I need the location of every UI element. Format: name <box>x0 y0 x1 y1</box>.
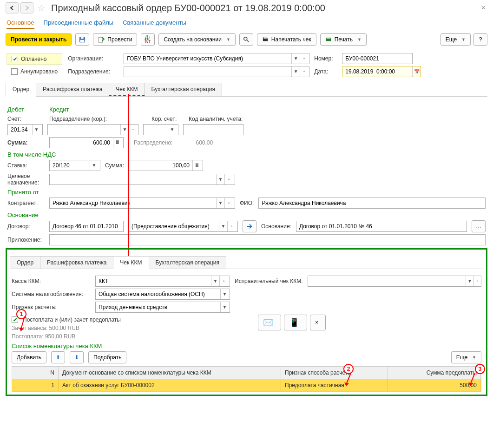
attach-field[interactable] <box>49 234 486 245</box>
create-based-button[interactable]: Создать на основании▼ <box>158 33 235 46</box>
purpose-label: Целевое назначение: <box>7 173 45 186</box>
vat-header: В том числе НДС <box>7 151 486 158</box>
forward-button[interactable] <box>20 2 33 13</box>
table-more-button[interactable]: Еще▼ <box>451 351 481 363</box>
voided-chip[interactable]: Аннулировано <box>7 66 62 77</box>
tax-field[interactable]: ▼ <box>95 289 230 300</box>
counter-field[interactable]: ▼▫ <box>49 198 235 209</box>
clear-button[interactable]: × <box>310 315 326 330</box>
link-tabs: Основное Присоединенные файлы Связанные … <box>6 16 487 33</box>
kassa-label: Касса ККМ: <box>12 278 91 284</box>
num-field[interactable] <box>342 53 413 64</box>
basis-field[interactable] <box>296 221 467 232</box>
received-header: Принято от <box>7 189 486 196</box>
tab-main[interactable]: Основное <box>7 19 34 29</box>
table-header: N Документ-основание со списком номенкла… <box>12 367 481 379</box>
tab-order[interactable]: Ордер <box>6 83 36 97</box>
date-field[interactable]: 📅 <box>342 66 421 77</box>
favorite-icon[interactable]: ☆ <box>37 2 46 13</box>
calendar-icon: 📅 <box>412 66 421 77</box>
tab2-order[interactable]: Ордер <box>10 256 40 269</box>
anal-field[interactable] <box>183 124 243 135</box>
dtkt-button[interactable]: ДтКт <box>141 33 155 46</box>
tab-files[interactable]: Присоединенные файлы <box>44 19 114 29</box>
tab-payment[interactable]: Расшифровка платежа <box>36 83 109 96</box>
more-button[interactable]: Еще▼ <box>440 33 471 46</box>
counter-label: Контрагент: <box>7 200 45 206</box>
dept-label: Подразделение: <box>68 68 119 75</box>
attach-label: Приложение: <box>7 237 45 243</box>
tab2-payment[interactable]: Расшифровка платежа <box>40 256 113 269</box>
back-button[interactable] <box>6 2 19 13</box>
toolbar: Провести и закрыть Провести ДтКт Создать… <box>6 33 487 46</box>
close-button[interactable]: × <box>480 4 487 12</box>
print-check-button[interactable]: Напечатать чек <box>257 33 316 46</box>
sum-label: Сумма: <box>7 139 45 146</box>
search-button[interactable] <box>239 33 253 46</box>
help-button[interactable]: ? <box>473 33 487 46</box>
sum-field[interactable]: 🖩 <box>49 137 124 148</box>
paid-chip[interactable]: Оплачено <box>7 53 62 65</box>
tab-accounting[interactable]: Бухгалтерская операция <box>145 83 222 96</box>
calc-icon: 🖩 <box>113 138 121 148</box>
tax-label: Система налогообложения: <box>12 291 91 297</box>
contract-field[interactable] <box>49 221 124 232</box>
page-title: Приходный кассовый ордер БУ00-000021 от … <box>51 3 325 13</box>
tab2-kkm[interactable]: Чек ККМ <box>113 256 149 269</box>
up-button[interactable]: ⬆ <box>51 351 65 363</box>
cordept-label: Подразделение (кор.): <box>49 116 128 122</box>
basis-more-button[interactable]: … <box>472 220 486 232</box>
post-close-button[interactable]: Провести и закрыть <box>6 33 72 46</box>
coracct-label: Кор. счет: <box>151 116 184 122</box>
postpay-label: Постоплата и (или) зачет предоплаты <box>23 316 121 323</box>
add-button[interactable]: Добавить <box>12 351 46 363</box>
post-button[interactable]: Провести <box>93 33 137 46</box>
debit-header: Дебет <box>7 106 45 113</box>
rate-field[interactable]: ▼ <box>49 160 100 171</box>
main-tabs: Ордер Расшифровка платежа Чек ККМ Бухгал… <box>6 83 487 97</box>
email-button[interactable]: ✉️ <box>258 315 281 330</box>
tab-kkm[interactable]: Чек ККМ <box>109 83 145 96</box>
coracct-field[interactable]: ▼ <box>143 124 178 135</box>
fio-field[interactable] <box>258 198 486 209</box>
nav-top: ☆ Приходный кассовый ордер БУ00-000021 о… <box>6 2 487 13</box>
kkm-frame: Ордер Расшифровка платежа Чек ККМ Бухгал… <box>6 248 487 396</box>
kassa-field[interactable]: ▼▫ <box>95 276 230 287</box>
goto-button[interactable] <box>243 220 256 232</box>
svg-rect-7 <box>263 37 267 39</box>
org-field[interactable]: ▼▫ <box>124 53 309 64</box>
corr-field[interactable]: ▼▫ <box>308 276 481 287</box>
print-button[interactable]: Печать▼ <box>320 33 367 46</box>
pick-button[interactable]: Подобрать <box>88 351 126 363</box>
nomen-table: N Документ-основание со списком номенкла… <box>12 366 481 392</box>
callout-2: 2 <box>343 364 354 374</box>
sms-button[interactable]: 📱 <box>284 315 307 330</box>
basis-label: Основание: <box>261 223 291 230</box>
acct-label: Счет: <box>7 116 45 122</box>
svg-rect-3 <box>99 38 103 43</box>
date-label: Дата: <box>314 68 337 75</box>
dept-field[interactable]: ▼▫ <box>124 66 309 77</box>
paid-checkbox <box>12 56 18 62</box>
tab-related[interactable]: Связанные документы <box>123 19 186 29</box>
contract-type-field[interactable]: ▼▫ <box>128 221 238 232</box>
postpay-info: Постоплата: 950,00 RUB <box>12 333 253 340</box>
acct-field[interactable]: ▼ <box>7 124 43 135</box>
calc-field[interactable]: ▼ <box>95 302 230 313</box>
save-button[interactable] <box>75 33 89 46</box>
callout-3: 3 <box>475 364 485 374</box>
credit-header: Кредит <box>49 106 69 113</box>
fio-label: ФИО: <box>240 200 254 206</box>
table-row[interactable]: 1 Акт об оказании услуг БУ00-000002 Пред… <box>12 379 481 391</box>
red-arrow-annotation <box>128 94 129 266</box>
vatsum-field[interactable]: 🖩 <box>129 160 203 171</box>
nomen-header: Список номенклатуры чека ККМ <box>12 343 481 349</box>
purpose-field[interactable]: ▼▫ <box>49 174 235 185</box>
rate-label: Ставка: <box>7 162 45 169</box>
down-button[interactable]: ⬇ <box>70 351 84 363</box>
org-label: Организация: <box>68 55 119 62</box>
svg-rect-1 <box>80 40 85 42</box>
cordept-field[interactable]: ▼▫ <box>47 124 138 135</box>
svg-point-4 <box>244 37 247 40</box>
tab2-accounting[interactable]: Бухгалтерская операция <box>149 256 226 269</box>
